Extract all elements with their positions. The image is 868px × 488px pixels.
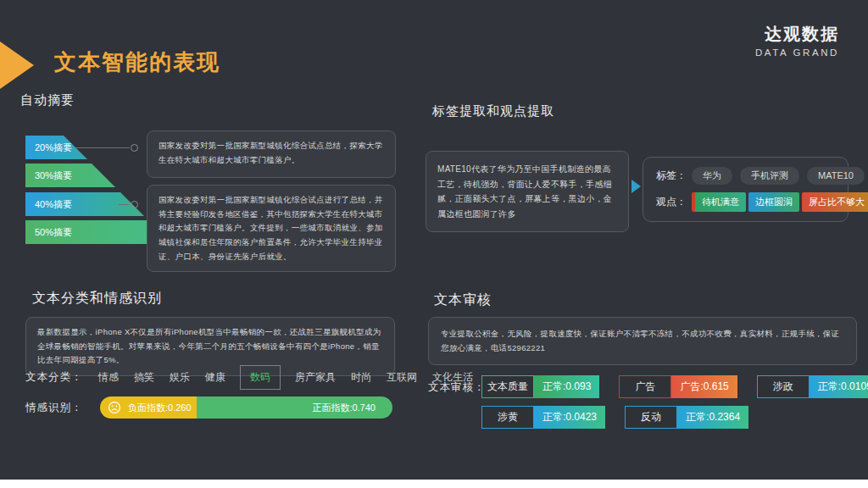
opinion-chips: 待机满意 边框圆润 屏占比不够大 (692, 192, 868, 212)
classify-label: 文本分类： (25, 370, 98, 385)
category-tabs: 情感 搞笑 娱乐 健康 数码 房产家具 时尚 互联网 文化生活 (98, 370, 473, 385)
slide: 文本智能的表现 达观数据 DATA GRAND 自动摘要 20%摘要 30%摘要… (0, 0, 868, 488)
tag-pills: 华为 手机评测 MATE10 (692, 167, 865, 185)
arrow-right-icon (632, 180, 641, 193)
negative-segment: 负面指数:0.260 (100, 396, 197, 419)
review-badges: 文本质量 正常:0.093 广告 广告:0.615 涉政 正常:0.0109 涉… (481, 375, 868, 429)
category-item-internet[interactable]: 互联网 (387, 370, 417, 385)
category-item-health[interactable]: 健康 (205, 370, 225, 385)
section-title-classify-sentiment: 文本分类和情感识别 (32, 290, 162, 308)
connector-dot-20 (131, 144, 138, 152)
badge-reactionary[interactable]: 反动 正常:0.2364 (625, 406, 748, 429)
sad-face-icon (108, 401, 121, 414)
tags-label: 标签： (656, 169, 692, 183)
tag-pill-huawei[interactable]: 华为 (692, 167, 732, 185)
badge-name: 广告 (619, 375, 671, 398)
badge-name: 涉政 (757, 375, 810, 398)
sentiment-bar: 负面指数:0.260 正面指数:0.740 (100, 396, 392, 419)
badge-name: 文本质量 (481, 375, 534, 398)
positive-segment: 正面指数:0.740 (197, 396, 392, 419)
tag-pill-review[interactable]: 手机评测 (740, 167, 799, 185)
review-label: 文本审核： (428, 380, 481, 429)
summary-text-box-40: 国家发改委对第一批国家新型城镇化综合试点进行了总结，并将主要经验印发各地区借鉴，… (147, 185, 396, 272)
badge-value: 正常:0.0423 (534, 406, 605, 429)
sentiment-row: 情感识别： 负面指数:0.260 正面指数:0.740 (25, 396, 392, 419)
classify-row: 文本分类： 情感 搞笑 娱乐 健康 数码 房产家具 时尚 互联网 文化生活 (25, 370, 473, 385)
sentiment-label: 情感识别： (25, 401, 100, 415)
section-title-tag-opinion: 标签提取和观点提取 (432, 103, 554, 119)
connector-dot-40 (131, 201, 138, 208)
bottom-white-strip (0, 480, 868, 488)
logo-english: DATA GRAND (755, 47, 839, 58)
positive-index-value: 正面指数:0.740 (312, 402, 376, 413)
badge-advertising[interactable]: 广告 广告:0.615 (619, 375, 737, 398)
review-source-text-box: 专业提取公积金，无风险，提取速度快，保证账户不清零不冻结，不成功不收费，真实材料… (428, 317, 857, 365)
opinions-label: 观点： (656, 195, 692, 209)
badge-text-quality[interactable]: 文本质量 正常:0.093 (481, 375, 599, 398)
negative-index-value: 负面指数:0.260 (128, 402, 192, 414)
funnel-bar-label: 40%摘要 (35, 199, 72, 209)
tag-pill-mate10[interactable]: MATE10 (807, 167, 865, 185)
funnel-bar-label: 20%摘要 (35, 142, 72, 152)
review-row: 文本审核： 文本质量 正常:0.093 广告 广告:0.615 涉政 正常:0.… (428, 375, 868, 429)
opinions-row: 观点： 待机满意 边框圆润 屏占比不够大 (656, 192, 835, 212)
tag-opinion-panel: 标签： 华为 手机评测 MATE10 观点： 待机满意 边框圆润 屏占比不够大 (643, 157, 849, 222)
logo: 达观数据 DATA GRAND (755, 23, 839, 58)
title-triangle-icon (0, 42, 34, 89)
category-item-entertainment[interactable]: 娱乐 (170, 370, 190, 385)
review-badge-row-2: 涉黄 正常:0.0423 反动 正常:0.2364 (481, 406, 868, 429)
badge-porn[interactable]: 涉黄 正常:0.0423 (481, 406, 605, 429)
connector-line-40 (119, 204, 130, 205)
badge-name: 涉黄 (481, 406, 534, 429)
tag-source-text-box: MATE10代表了华为乃至中国手机制造的最高工艺，待机强劲，背面让人爱不释手，手… (426, 151, 629, 232)
section-title-review: 文本审核 (434, 291, 492, 309)
badge-value: 正常:0.2364 (677, 406, 748, 429)
badge-value: 广告:0.615 (671, 375, 737, 398)
badge-political[interactable]: 涉政 正常:0.0109 (757, 375, 868, 398)
category-item-realestate[interactable]: 房产家具 (295, 370, 336, 385)
category-item-emotion[interactable]: 情感 (98, 370, 119, 385)
connector-line-20 (75, 147, 130, 148)
badge-value: 正常:0.0109 (810, 375, 868, 398)
category-item-funny[interactable]: 搞笑 (134, 370, 154, 385)
category-item-fashion[interactable]: 时尚 (351, 370, 371, 385)
badge-name: 反动 (625, 406, 677, 429)
section-title-auto-summary: 自动摘要 (20, 92, 75, 108)
summary-text-box-20: 国家发改委对第一批国家新型城镇化综合试点总结，探索大学生在特大城市和超大城市零门… (147, 130, 396, 178)
funnel-bar-label: 30%摘要 (35, 170, 72, 180)
logo-chinese: 达观数据 (755, 23, 839, 46)
funnel-bar-label: 50%摘要 (35, 227, 72, 237)
tags-row: 标签： 华为 手机评测 MATE10 (656, 167, 835, 185)
opinion-chip-frame[interactable]: 边框圆润 (748, 192, 799, 212)
page-title: 文本智能的表现 (54, 47, 220, 77)
opinion-chip-screen[interactable]: 屏占比不够大 (802, 192, 868, 212)
badge-value: 正常:0.093 (534, 375, 599, 398)
review-badge-row-1: 文本质量 正常:0.093 广告 广告:0.615 涉政 正常:0.0109 (481, 375, 868, 398)
opinion-chip-standby[interactable]: 待机满意 (692, 192, 746, 212)
classify-source-text-box: 最新数据显示，iPhone X不仅是所有iPhone机型当中最畅销的一款，还战胜… (25, 317, 395, 376)
category-item-digital-selected[interactable]: 数码 (240, 365, 281, 390)
